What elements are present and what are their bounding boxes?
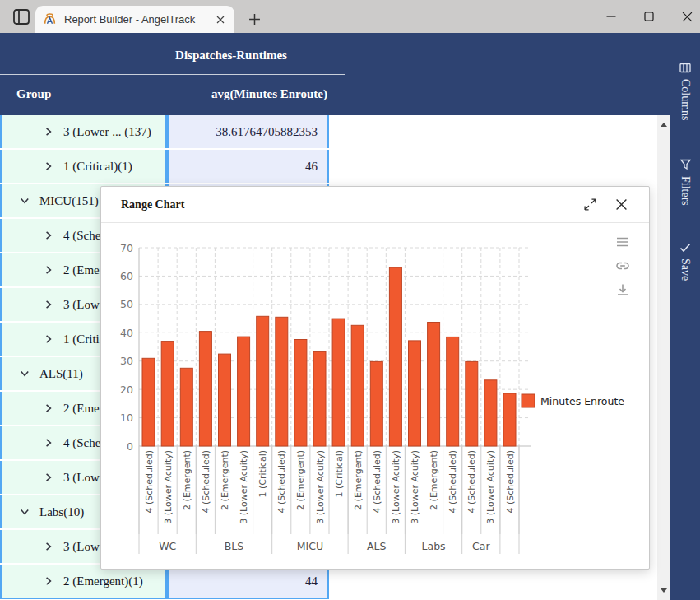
chevron-right-icon[interactable] bbox=[44, 265, 53, 275]
report-header: Dispatches-Runtimes Group avg(Minutes En… bbox=[0, 33, 700, 115]
new-tab-button[interactable] bbox=[245, 10, 263, 28]
chevron-right-icon[interactable] bbox=[44, 127, 53, 137]
browser-tab[interactable]: Report Builder - AngelTrack bbox=[35, 6, 234, 33]
group-label: 1 (Critical)(1) bbox=[63, 160, 132, 174]
bar[interactable] bbox=[161, 342, 174, 446]
bar[interactable] bbox=[238, 337, 250, 446]
x-axis-label: 4 (Scheduled) bbox=[466, 450, 477, 514]
range-chart: 0102030405060704 (Scheduled)3 (Lower Acu… bbox=[109, 231, 642, 560]
angeltrack-favicon-icon bbox=[43, 12, 57, 26]
bar[interactable] bbox=[447, 337, 459, 446]
bar[interactable] bbox=[503, 393, 516, 446]
x-axis-label: 3 (Lower Acuity) bbox=[163, 450, 174, 524]
table-bottom-border bbox=[0, 598, 329, 599]
chart-link-icon[interactable] bbox=[615, 258, 630, 273]
chevron-down-icon[interactable] bbox=[20, 369, 30, 379]
close-window-button[interactable] bbox=[680, 8, 693, 25]
save-check-icon bbox=[679, 243, 691, 253]
chart-menu-icon[interactable] bbox=[615, 235, 630, 249]
x-axis-label: 4 (Scheduled) bbox=[201, 450, 211, 514]
scroll-up-arrow-icon[interactable] bbox=[661, 123, 667, 127]
chevron-down-icon[interactable] bbox=[20, 507, 30, 517]
sidebar-item-columns[interactable]: Columns bbox=[679, 63, 692, 121]
bar[interactable] bbox=[389, 267, 401, 446]
y-tick-label: 70 bbox=[120, 242, 133, 254]
sidebar-item-label: Columns bbox=[679, 79, 692, 121]
range-chart-dialog: Range Chart bbox=[100, 186, 650, 570]
sidebar-item-save[interactable]: Save bbox=[679, 243, 692, 281]
bar[interactable] bbox=[257, 316, 269, 446]
x-axis-label: 4 (Scheduled) bbox=[276, 450, 287, 514]
y-tick-label: 20 bbox=[120, 384, 133, 396]
x-axis-label: 4 (Scheduled) bbox=[372, 450, 382, 514]
group-axis-label: Labs bbox=[422, 540, 446, 552]
chevron-right-icon[interactable] bbox=[44, 334, 53, 344]
maximize-button[interactable] bbox=[642, 8, 656, 25]
bar[interactable] bbox=[351, 325, 364, 446]
chart-toolbar bbox=[615, 235, 630, 297]
chevron-right-icon[interactable] bbox=[44, 300, 53, 309]
table-row[interactable]: 1 (Critical)(1)46 bbox=[0, 150, 329, 184]
chevron-down-icon[interactable] bbox=[20, 196, 30, 206]
group-label: MICU(151) bbox=[39, 194, 99, 208]
header-separator bbox=[0, 74, 345, 75]
filter-icon bbox=[680, 159, 691, 170]
table-row[interactable]: 2 (Emergent)(1)44 bbox=[0, 565, 329, 599]
columns-icon bbox=[679, 63, 691, 73]
bar[interactable] bbox=[428, 323, 440, 447]
y-tick-label: 0 bbox=[127, 440, 133, 453]
group-axis-label: WC bbox=[159, 540, 176, 552]
bar[interactable] bbox=[180, 368, 192, 446]
group-label: 2 (Emergent)(1) bbox=[63, 574, 143, 588]
x-axis-label: 1 (Critical) bbox=[257, 450, 268, 498]
group-cell[interactable]: 1 (Critical)(1) bbox=[0, 150, 165, 183]
chevron-right-icon[interactable] bbox=[44, 403, 53, 413]
chevron-right-icon[interactable] bbox=[44, 438, 53, 448]
x-axis-label: 3 (Lower Acuity) bbox=[239, 450, 249, 524]
expand-dialog-icon[interactable] bbox=[582, 198, 597, 212]
chevron-right-icon[interactable] bbox=[44, 161, 53, 171]
report-title: Dispatches-Runtimes bbox=[0, 49, 462, 63]
chart-area: 0102030405060704 (Scheduled)3 (Lower Acu… bbox=[109, 231, 642, 560]
x-axis-label: 3 (Lower Acuity) bbox=[485, 450, 496, 524]
bar[interactable] bbox=[466, 361, 478, 446]
chevron-right-icon[interactable] bbox=[44, 542, 53, 551]
group-cell[interactable]: 2 (Emergent)(1) bbox=[0, 565, 165, 598]
bar[interactable] bbox=[219, 354, 231, 446]
bar[interactable] bbox=[142, 358, 155, 446]
chevron-right-icon[interactable] bbox=[44, 472, 53, 482]
bar[interactable] bbox=[294, 340, 307, 447]
tab-layout-icon[interactable] bbox=[13, 9, 30, 25]
group-axis-label: Car bbox=[472, 540, 490, 552]
scroll-down-arrow-icon[interactable] bbox=[661, 588, 667, 593]
bar[interactable] bbox=[313, 351, 326, 446]
vertical-scrollbar[interactable] bbox=[657, 115, 670, 600]
bar[interactable] bbox=[332, 319, 345, 446]
group-axis-label: ALS bbox=[367, 540, 387, 552]
right-sidebar: ColumnsFiltersSave bbox=[670, 33, 700, 600]
group-cell[interactable]: 3 (Lower ... (137) bbox=[0, 115, 165, 148]
chevron-right-icon[interactable] bbox=[44, 576, 53, 586]
chevron-right-icon[interactable] bbox=[44, 230, 53, 240]
x-axis-label: 4 (Scheduled) bbox=[144, 450, 155, 514]
close-dialog-icon[interactable] bbox=[614, 198, 628, 212]
group-axis-label: MICU bbox=[297, 540, 323, 552]
bar[interactable] bbox=[370, 361, 382, 446]
dialog-title: Range Chart bbox=[121, 198, 566, 212]
bar[interactable] bbox=[276, 317, 288, 446]
chart-download-icon[interactable] bbox=[615, 282, 630, 297]
bar[interactable] bbox=[484, 380, 497, 446]
minimize-button[interactable] bbox=[605, 8, 618, 25]
value-cell: 44 bbox=[165, 565, 329, 598]
bar[interactable] bbox=[199, 332, 211, 446]
group-axis-label: BLS bbox=[225, 540, 244, 552]
table-row[interactable]: 3 (Lower ... (137)38.61764705882353 bbox=[0, 115, 329, 150]
y-tick-label: 50 bbox=[120, 298, 133, 310]
bar[interactable] bbox=[409, 341, 421, 446]
sidebar-item-filters[interactable]: Filters bbox=[679, 159, 692, 206]
tab-close-icon[interactable] bbox=[214, 13, 227, 26]
sidebar-item-label: Filters bbox=[679, 176, 692, 206]
x-axis-label: 4 (Scheduled) bbox=[505, 450, 516, 514]
x-axis-label: 1 (Critical) bbox=[334, 450, 345, 498]
sidebar-item-label: Save bbox=[679, 258, 692, 281]
